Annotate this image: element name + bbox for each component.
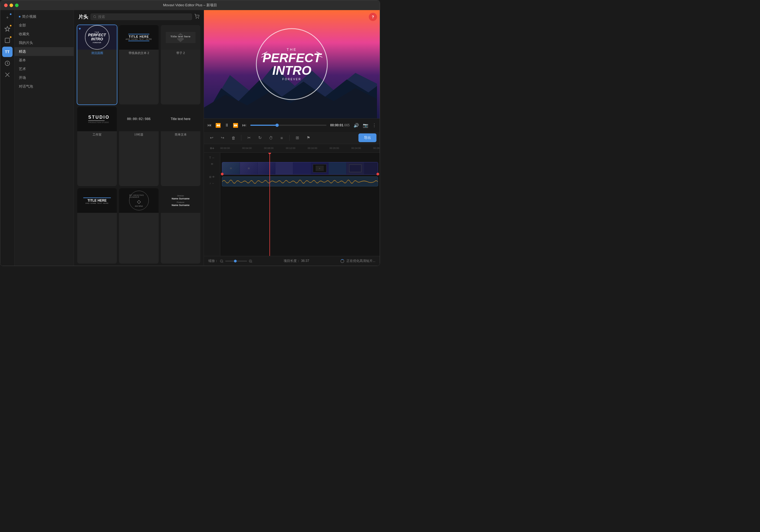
video-thumb-4 <box>275 162 293 174</box>
preview-content: THE PERFECT INTRO FOREVER <box>204 10 380 118</box>
undo-button[interactable]: ↩ <box>207 133 216 142</box>
screenshot-button[interactable]: 📷 <box>363 123 368 128</box>
title-card-1[interactable]: ♥ THE PERFECTINTRO FOREVER 潮流圆圈 <box>77 25 117 105</box>
video-thumb-5 <box>293 162 311 174</box>
progress-thumb <box>275 124 279 127</box>
step-back-button[interactable]: ⏪ <box>215 123 221 128</box>
transitions-button[interactable] <box>2 58 13 68</box>
delete-button[interactable]: 🗑 <box>229 133 238 142</box>
video-thumb-7 <box>329 162 347 174</box>
redo2-button[interactable]: ↻ <box>256 133 264 142</box>
close-button[interactable] <box>4 4 8 7</box>
titles-panel-title: 片头 <box>78 14 88 20</box>
text-button[interactable]: TT <box>2 47 13 57</box>
time-display: 00:00:01.665 <box>330 123 350 127</box>
more-button[interactable]: ⋮ <box>372 123 376 128</box>
prev-frame-button[interactable]: ⏮ <box>207 123 212 128</box>
nav-list: 简介视频 全部 收藏夹 我的片头 精选 基本 艺术 <box>15 10 74 93</box>
card-label-7 <box>77 213 117 215</box>
card-label-2: 带线条的文本 2 <box>119 50 159 57</box>
play-pause-button[interactable]: ⏸ <box>225 123 229 128</box>
audio-icon[interactable]: ♪ <box>210 182 211 185</box>
card-thumb-4: STUDIO PRODUCTION STUDIO <box>77 107 117 131</box>
track-eye2-icon[interactable]: 👁 <box>212 175 215 178</box>
card-label-3: 带子 2 <box>161 50 200 57</box>
title-card-4[interactable]: STUDIO PRODUCTION STUDIO 工作室 <box>77 107 117 186</box>
pip-button[interactable]: ⊞ <box>293 133 302 142</box>
add-media-button[interactable]: ＋ <box>2 12 13 22</box>
nav-item-bubble[interactable]: 对话气泡 <box>15 82 74 91</box>
search-bar[interactable] <box>90 13 192 20</box>
nav-item-jianjie[interactable]: 简介视频 <box>15 12 74 21</box>
cart-icon[interactable] <box>194 14 199 20</box>
title-card-8[interactable]: MY AMAZING SUMMER ◇ 444 MNA <box>119 188 159 264</box>
track-text-icon[interactable]: T <box>209 156 211 159</box>
track-link-icon[interactable]: ↔ <box>212 156 215 159</box>
audio-track[interactable] <box>222 177 378 186</box>
minimize-button[interactable] <box>10 4 13 7</box>
next-frame-button[interactable]: ⏭ <box>242 123 247 128</box>
video-thumb-6: ▶ <box>311 162 329 174</box>
svg-point-7 <box>198 18 199 19</box>
title-card-5[interactable]: 00:00:02:986 计时器 <box>119 107 159 186</box>
nav-item-basic[interactable]: 基本 <box>15 56 74 65</box>
track-start-dot <box>221 173 223 175</box>
ruler-marks: 00:00:00 00:04:00 00:08:00 00:12:00 00:1… <box>220 147 380 150</box>
redo-button[interactable]: ↪ <box>218 133 227 142</box>
title-card-7[interactable]: TITLE HERE AND SOME TEXT HERE <box>77 188 117 264</box>
audio-button[interactable]: ≡ <box>277 133 286 142</box>
video-thumb-3 <box>258 162 275 174</box>
pi-circle: THE PERFECTINTRO FOREVER <box>85 25 110 50</box>
search-input[interactable] <box>98 15 189 19</box>
bottom-bar: 缩放： 项目长度： 36:37 <box>204 256 380 266</box>
video-track[interactable]: ▤ ▤ <box>222 162 378 175</box>
timeline-content: T ↔ 👁 ⊞ 👁 ♪ ↔ <box>204 153 380 256</box>
right-area: THE PERFECT INTRO FOREVER ? ⏮ ⏪ ⏸ ⏩ <box>204 10 380 266</box>
step-forward-button[interactable]: ⏩ <box>233 123 238 128</box>
nav-item-mytitles[interactable]: 我的片头 <box>15 38 74 47</box>
maximize-button[interactable] <box>15 4 19 7</box>
export-button[interactable]: 导出 <box>358 133 376 142</box>
effects-button[interactable] <box>2 24 13 34</box>
track-eye-icon[interactable]: 👁 <box>211 162 214 166</box>
nav-item-featured[interactable]: 精选 <box>15 47 74 56</box>
card-thumb-9: Director Name Surname Producer Name Surn… <box>161 188 200 213</box>
search-icon <box>93 15 96 19</box>
playhead[interactable] <box>269 153 270 256</box>
crop-button[interactable] <box>2 35 13 46</box>
timeline-tracks[interactable]: ▤ ▤ <box>220 153 380 256</box>
nav-item-art[interactable]: 艺术 <box>15 65 74 73</box>
nav-item-favorites[interactable]: 收藏夹 <box>15 30 74 38</box>
loading-spinner <box>340 259 344 263</box>
timeline-area: ≡+ 00:00:00 00:04:00 00:08:00 00:12:00 0… <box>204 144 380 266</box>
video-track-row: ▤ ▤ <box>220 161 380 176</box>
title-card-2[interactable]: TITLE HERE AND SOME TEXT HERE 带线条的文本 2 <box>119 25 159 105</box>
cut-button[interactable]: ✂ <box>245 133 253 142</box>
card-thumb-8: MY AMAZING SUMMER ◇ 444 MNA <box>119 188 159 213</box>
add-track-button[interactable]: ≡+ <box>210 146 214 150</box>
volume-button[interactable]: 🔊 <box>354 123 359 128</box>
track-controls-audio: ♪ ↔ <box>208 181 216 186</box>
help-button[interactable]: ? <box>369 13 377 21</box>
audio-link-icon[interactable]: ↔ <box>212 182 214 185</box>
app-window: Movavi Video Editor Plus – 新项目 ＋ <box>0 0 380 266</box>
title-card-9[interactable]: Director Name Surname Producer Name Surn… <box>161 188 200 264</box>
track-controls-3: ⊞ 👁 <box>208 174 216 180</box>
video-thumb-rest <box>364 162 378 174</box>
clock-icon <box>4 60 10 66</box>
progress-slider[interactable] <box>250 125 326 126</box>
zoom-slider[interactable] <box>225 261 247 262</box>
left-panel: 简介视频 全部 收藏夹 我的片头 精选 基本 艺术 <box>15 10 74 266</box>
flag-button[interactable]: ⚑ <box>304 133 312 142</box>
track-grid-icon[interactable]: ⊞ <box>209 175 211 178</box>
nav-item-opening[interactable]: 开场 <box>15 73 74 82</box>
nav-item-all[interactable]: 全部 <box>15 21 74 30</box>
title-card-3[interactable]: Title text here Subtitle 带子 2 <box>161 25 200 105</box>
tt-label: TT <box>5 50 10 54</box>
tools-button[interactable] <box>2 69 13 80</box>
zoom-control: 缩放： <box>208 259 253 263</box>
video-thumb-8 <box>347 162 364 174</box>
toolbar-sep-2 <box>289 135 290 141</box>
title-card-6[interactable]: Title text here 简单文本 <box>161 107 200 186</box>
speed-button[interactable]: ⏱ <box>266 133 275 142</box>
